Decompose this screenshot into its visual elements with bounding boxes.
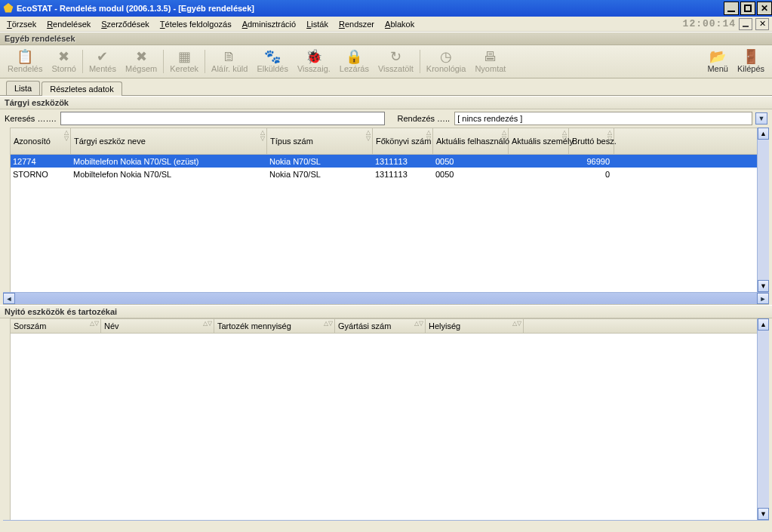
column-header-tipus[interactable]: Típus szám△▽ xyxy=(267,128,373,154)
column-header-sorsz-m[interactable]: Sorszám△▽ xyxy=(11,319,101,333)
search-label: Keresés ……. xyxy=(5,114,56,123)
tab-r-szletes-adatok[interactable]: Részletes adatok xyxy=(42,81,121,96)
title-bar: EcoSTAT - Rendelés modul (2006.1.3.5) - … xyxy=(0,0,772,17)
toolbar-label: Nyomtat xyxy=(475,64,506,73)
storno-icon: ✖ xyxy=(58,50,69,63)
cell-felhasz: 0050 xyxy=(432,168,508,180)
scroll-up-button[interactable]: ▲ xyxy=(758,128,769,140)
menu-rendel-sek[interactable]: Rendelések xyxy=(43,18,94,30)
assets-grid: Azonosító△▽Tárgyi eszköz neve△▽Típus szá… xyxy=(3,128,769,305)
app-icon xyxy=(3,3,14,14)
window-maximize-button[interactable] xyxy=(740,2,755,15)
nyomtat-icon: 🖶 xyxy=(484,50,497,63)
sort-select[interactable]: [ nincs rendezés ] xyxy=(454,112,752,125)
cell-szemely xyxy=(508,155,568,168)
grid-gutter xyxy=(3,318,11,520)
column-header-szemely[interactable]: Aktuális személy△▽ xyxy=(509,128,569,154)
sort-dropdown-button[interactable]: ▼ xyxy=(755,112,767,125)
menu-list-k[interactable]: Listák xyxy=(303,18,332,30)
toolbar-label: Visszaig. xyxy=(297,64,331,73)
menu-t-rzsek[interactable]: Törzsek xyxy=(3,18,40,30)
column-header-n-v[interactable]: Név△▽ xyxy=(101,319,214,333)
column-header-brutto[interactable]: Bruttó besz.△▽ xyxy=(569,128,614,154)
window-close-button[interactable]: ✕ xyxy=(757,2,772,15)
cell-szemely xyxy=(508,168,568,180)
toolbar-label: Mentés xyxy=(89,64,116,73)
column-header-tartoz-k-mennyis-g[interactable]: Tartozék mennyiség△▽ xyxy=(214,319,335,333)
toolbar-label: Stornó xyxy=(51,64,75,73)
scroll-down-button[interactable]: ▼ xyxy=(758,508,769,520)
mdi-close-button[interactable]: ✕ xyxy=(755,18,769,30)
column-header-helyis-g[interactable]: Helyiség△▽ xyxy=(426,319,524,333)
menu-bar: TörzsekRendelésekSzerződésekTételes feld… xyxy=(0,17,772,32)
toolbar-label: Kronológia xyxy=(426,64,466,73)
window-title: EcoSTAT - Rendelés modul (2006.1.3.5) - … xyxy=(17,4,254,13)
cell-felhasz: 0050 xyxy=(432,155,508,168)
keretek-icon: ▦ xyxy=(178,50,191,63)
toolbar-kronologia-button: ◷Kronológia xyxy=(422,47,471,76)
toolbar: 📋Rendelés✖Stornó✔Mentés✖Mégsem▦Keretek🗎A… xyxy=(0,45,772,78)
mdi-minimize-button[interactable] xyxy=(739,18,752,30)
table-row[interactable]: STORNOMobiltelefon Nokia N70/SLNokia N70… xyxy=(11,168,757,180)
toolbar-visszaig-button: 🐞Visszaig. xyxy=(293,47,335,76)
menu-rendszer[interactable]: Rendszer xyxy=(335,18,378,30)
assets-horizontal-scrollbar[interactable]: ◄ ► xyxy=(3,292,769,304)
tab-strip: ListaRészletes adatok xyxy=(0,78,772,95)
megsem-icon: ✖ xyxy=(136,50,147,63)
toolbar-nyomtat-button: 🖶Nyomtat xyxy=(470,47,510,76)
scroll-right-button[interactable]: ► xyxy=(757,293,769,304)
clock: 12:00:14 xyxy=(683,18,736,29)
toolbar-label: Keretek xyxy=(170,64,198,73)
table-row[interactable]: ▸12774Mobiltelefon Nokia N70/SL (ezüst)N… xyxy=(11,155,757,168)
cell-nev: Mobiltelefon Nokia N70/SL xyxy=(70,168,266,180)
tab-lista[interactable]: Lista xyxy=(6,81,40,95)
toolbar-megsem-button: ✖Mégsem xyxy=(121,47,161,76)
module-title: Egyéb rendelések xyxy=(5,34,75,43)
cell-azonosito: 12774 xyxy=(11,155,70,168)
scroll-down-button[interactable]: ▼ xyxy=(758,280,769,292)
column-header-gy-rt-si-sz-m[interactable]: Gyártási szám△▽ xyxy=(335,319,426,333)
toolbar-kilepes-button[interactable]: 🚪Kilépés xyxy=(733,47,769,76)
menu-t-teles-feldolgoz-s[interactable]: Tételes feldolgozás xyxy=(156,18,235,30)
accessories-vertical-scrollbar[interactable]: ▲ ▼ xyxy=(757,318,769,520)
scroll-left-button[interactable]: ◄ xyxy=(3,293,15,304)
toolbar-label: Lezárás xyxy=(340,64,369,73)
assets-grid-body: ▸12774Mobiltelefon Nokia N70/SL (ezüst)N… xyxy=(11,155,757,292)
toolbar-visszatolt-button: ↻Visszatölt xyxy=(374,47,418,76)
cell-tipus: Nokia N70/SL xyxy=(266,168,372,180)
kronologia-icon: ◷ xyxy=(440,50,452,63)
grid-gutter xyxy=(3,128,11,292)
column-header-fokonyvi[interactable]: Főkönyvi szám△▽ xyxy=(373,128,433,154)
toolbar-label: Elküldés xyxy=(257,64,288,73)
accessories-horizontal-scrollbar[interactable] xyxy=(3,520,769,532)
scroll-up-button[interactable]: ▲ xyxy=(758,318,769,331)
toolbar-rendeles-button: 📋Rendelés xyxy=(3,47,47,76)
toolbar-keretek-button: ▦Keretek xyxy=(165,47,203,76)
column-header-felhasz[interactable]: Aktuális felhasználó△▽ xyxy=(433,128,509,154)
toolbar-label: Rendelés xyxy=(8,64,42,73)
toolbar-label: Menü xyxy=(707,64,728,73)
column-header-azonosito[interactable]: Azonosító△▽ xyxy=(11,128,71,154)
elkuldes-icon: 🐾 xyxy=(264,50,281,63)
toolbar-label: Mégsem xyxy=(125,64,157,73)
toolbar-label: Aláír. küld xyxy=(211,64,248,73)
toolbar-elkuldes-button: 🐾Elküldés xyxy=(252,47,293,76)
menu-ablakok[interactable]: Ablakok xyxy=(381,18,418,30)
cell-azonosito: STORNO xyxy=(11,168,70,180)
cell-nev: Mobiltelefon Nokia N70/SL (ezüst) xyxy=(70,155,266,168)
menu-szerz-d-sek[interactable]: Szerződések xyxy=(97,18,153,30)
toolbar-label: Visszatölt xyxy=(378,64,414,73)
column-header-nev[interactable]: Tárgyi eszköz neve△▽ xyxy=(71,128,267,154)
menu-icon: 📂 xyxy=(709,50,726,63)
search-sort-row: Keresés ……. Rendezés ….. [ nincs rendezé… xyxy=(0,109,772,128)
menu-adminisztr-ci-[interactable]: Adminisztráció xyxy=(238,18,300,30)
window-minimize-button[interactable] xyxy=(724,2,739,15)
assets-vertical-scrollbar[interactable]: ▲ ▼ xyxy=(757,128,769,292)
search-input[interactable] xyxy=(60,112,385,125)
mentes-icon: ✔ xyxy=(97,50,108,63)
cell-brutto: 0 xyxy=(568,168,614,180)
cell-tipus: Nokia N70/SL xyxy=(266,155,372,168)
toolbar-menu-button[interactable]: 📂Menü xyxy=(703,47,733,76)
alair-icon: 🗎 xyxy=(223,50,236,63)
kilepes-icon: 🚪 xyxy=(743,50,759,63)
